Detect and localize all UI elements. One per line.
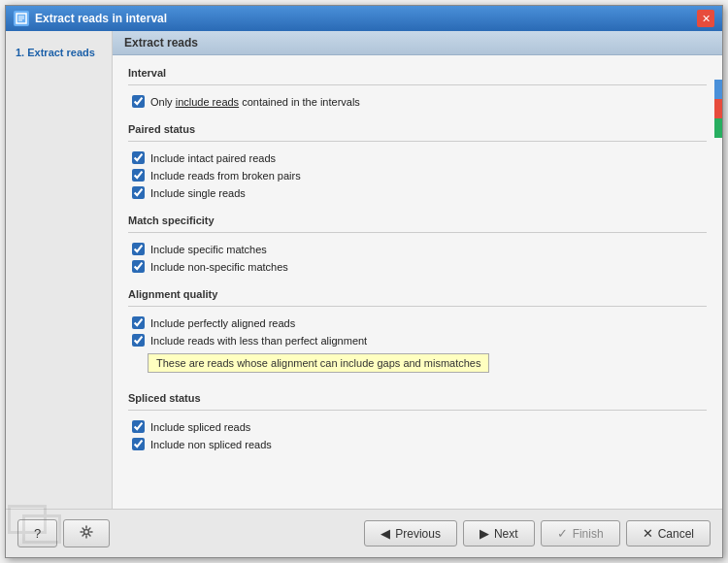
- checkbox-intact[interactable]: [132, 151, 145, 164]
- section-paired-status: Paired status Include intact paired read…: [128, 123, 707, 199]
- sidebar-item-extract-reads[interactable]: 1. Extract reads: [6, 39, 112, 66]
- checkbox-specific-label[interactable]: Include specific matches: [150, 244, 267, 255]
- checkbox-row-nonspecific: Include non-specific matches: [128, 260, 707, 273]
- checkbox-nonspecific[interactable]: [132, 260, 145, 273]
- finish-label: Finish: [573, 527, 604, 541]
- title-bar: Extract reads in interval ✕: [6, 6, 722, 31]
- svg-point-4: [84, 530, 89, 535]
- checkbox-perfect-label[interactable]: Include perfectly aligned reads: [150, 317, 295, 329]
- divider-interval: [128, 84, 707, 85]
- section-interval-title: Interval: [128, 67, 707, 79]
- alignment-tooltip: These are reads whose alignment can incl…: [148, 353, 489, 373]
- checkbox-row-spliced: Include spliced reads: [128, 420, 707, 433]
- previous-icon: ◀: [381, 526, 390, 541]
- checkbox-row-interval: Only include reads contained in the inte…: [128, 95, 707, 108]
- title-bar-left: Extract reads in interval: [14, 11, 167, 26]
- next-label: Next: [494, 527, 518, 541]
- accent-bar-green: [714, 118, 722, 138]
- section-alignment-quality: Alignment quality Include perfectly alig…: [128, 288, 707, 377]
- main-content: 1. Extract reads Extract reads Interval …: [6, 31, 722, 509]
- window-title: Extract reads in interval: [35, 12, 167, 25]
- previous-label: Previous: [395, 527, 441, 541]
- section-match-title: Match specificity: [128, 215, 707, 226]
- footer-right: ◀ Previous ▶ Next ✓ Finish ✕ Cancel: [364, 520, 711, 546]
- checkbox-row-lessthan: Include reads with less than perfect ali…: [128, 334, 707, 347]
- settings-icon: [80, 525, 93, 542]
- previous-button[interactable]: ◀ Previous: [364, 520, 457, 546]
- checkbox-broken[interactable]: [132, 169, 145, 182]
- section-paired-title: Paired status: [128, 123, 707, 135]
- cancel-label: Cancel: [658, 527, 694, 541]
- checkbox-row-specific: Include specific matches: [128, 243, 707, 255]
- section-match-specificity: Match specificity Include specific match…: [128, 215, 707, 273]
- checkbox-row-single: Include single reads: [128, 186, 707, 199]
- checkbox-row-perfect: Include perfectly aligned reads: [128, 316, 707, 329]
- next-icon: ▶: [480, 526, 489, 541]
- checkbox-intact-label[interactable]: Include intact paired reads: [150, 152, 276, 164]
- checkbox-single-label[interactable]: Include single reads: [150, 187, 246, 199]
- sidebar: 1. Extract reads: [6, 31, 113, 509]
- cancel-icon: ✕: [643, 526, 653, 541]
- checkbox-lessthan[interactable]: [132, 334, 145, 347]
- deco-rect-2: [22, 514, 61, 544]
- checkbox-interval-label[interactable]: Only include reads contained in the inte…: [150, 96, 360, 108]
- checkbox-spliced[interactable]: [132, 420, 145, 433]
- checkbox-broken-label[interactable]: Include reads from broken pairs: [150, 170, 301, 182]
- checkbox-single[interactable]: [132, 186, 145, 199]
- section-spliced-title: Spliced status: [128, 392, 707, 404]
- finish-button[interactable]: ✓ Finish: [541, 520, 620, 546]
- checkbox-row-broken: Include reads from broken pairs: [128, 169, 707, 182]
- divider-paired: [128, 141, 707, 142]
- accent-bar-blue: [714, 80, 722, 99]
- checkbox-interval[interactable]: [132, 95, 145, 108]
- section-interval: Interval Only include reads contained in…: [128, 67, 707, 108]
- checkbox-spliced-label[interactable]: Include spliced reads: [150, 421, 250, 433]
- checkbox-lessthan-label[interactable]: Include reads with less than perfect ali…: [150, 335, 367, 347]
- content-header: Extract reads: [113, 31, 722, 55]
- divider-match: [128, 232, 707, 233]
- next-button[interactable]: ▶ Next: [463, 520, 535, 546]
- content-area: Extract reads Interval Only include read…: [113, 31, 722, 509]
- finish-icon: ✓: [557, 526, 568, 541]
- footer: ? ◀ Previous ▶ Next ✓: [6, 509, 722, 557]
- close-button[interactable]: ✕: [697, 10, 714, 27]
- settings-button[interactable]: [63, 519, 110, 547]
- accent-bar-red: [714, 99, 722, 118]
- checkbox-nonspliced-label[interactable]: Include non spliced reads: [150, 439, 272, 450]
- checkbox-row-intact: Include intact paired reads: [128, 151, 707, 164]
- checkbox-specific[interactable]: [132, 243, 145, 255]
- window-icon: [14, 11, 29, 26]
- checkbox-perfect[interactable]: [132, 316, 145, 329]
- cancel-button[interactable]: ✕ Cancel: [626, 520, 711, 546]
- checkbox-nonspliced[interactable]: [132, 438, 145, 450]
- section-spliced-status: Spliced status Include spliced reads Inc…: [128, 392, 707, 450]
- divider-alignment: [128, 306, 707, 307]
- divider-spliced: [128, 410, 707, 411]
- right-accent-bars: [714, 80, 722, 138]
- main-window: Extract reads in interval ✕ 1. Extract r…: [5, 5, 723, 558]
- checkbox-row-nonspliced: Include non spliced reads: [128, 438, 707, 450]
- checkbox-nonspecific-label[interactable]: Include non-specific matches: [150, 261, 288, 273]
- content-body: Interval Only include reads contained in…: [113, 55, 722, 509]
- section-alignment-title: Alignment quality: [128, 288, 707, 300]
